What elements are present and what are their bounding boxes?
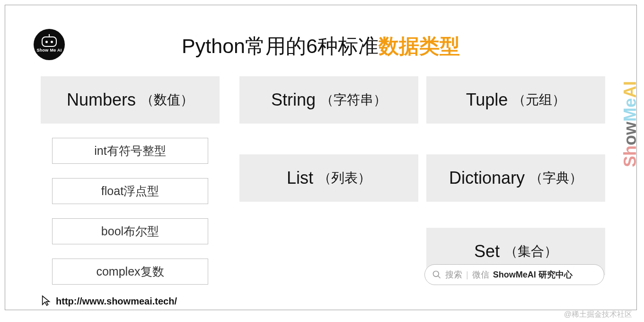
svg-point-0 (433, 271, 439, 277)
type-en: Tuple (466, 90, 508, 110)
title-prefix: Python常用的6种标准 (182, 35, 379, 57)
type-zh: （字典） (529, 169, 582, 187)
search-icon (432, 270, 441, 279)
subtype-int: int有符号整型 (52, 138, 208, 164)
type-en: List (287, 168, 313, 188)
type-en: Set (474, 242, 500, 261)
type-en: Numbers (67, 90, 136, 110)
type-en: Dictionary (449, 168, 525, 188)
corner-credit: @稀土掘金技术社区 (564, 310, 632, 320)
watermark: ShowMeAI (620, 81, 640, 167)
slide-frame: Show Me AI Python常用的6种标准数据类型 Numbers （数值… (5, 5, 637, 310)
subtype-complex: complex复数 (52, 259, 208, 285)
title-accent: 数据类型 (379, 35, 460, 57)
search-brand: ShowMeAI 研究中心 (493, 269, 573, 280)
slide-title: Python常用的6种标准数据类型 (5, 33, 636, 60)
type-zh: （列表） (318, 169, 371, 187)
subtype-float: float浮点型 (52, 178, 208, 204)
search-prompt2: 微信 (472, 269, 489, 280)
cursor-icon (41, 295, 51, 307)
subtype-bool: bool布尔型 (52, 218, 208, 244)
type-zh: （元组） (512, 91, 565, 109)
type-tuple: Tuple （元组） (426, 76, 605, 124)
type-en: String (271, 90, 316, 110)
type-list: List （列表） (239, 154, 418, 202)
search-prompt1: 搜索 (445, 269, 462, 280)
svg-line-1 (438, 276, 441, 278)
column-right: Tuple （元组） Dictionary （字典） Set （集合） (426, 76, 605, 289)
type-dictionary: Dictionary （字典） (426, 154, 605, 202)
footer-url: http://www.showmeai.tech/ (56, 296, 177, 307)
type-zh: （数值） (141, 91, 194, 109)
type-string: String （字符串） (239, 76, 418, 124)
footer-link[interactable]: http://www.showmeai.tech/ (41, 295, 177, 307)
column-numbers: Numbers （数值） int有符号整型 float浮点型 bool布尔型 c… (41, 76, 220, 299)
type-numbers: Numbers （数值） (41, 76, 220, 124)
type-zh: （集合） (504, 242, 557, 260)
type-zh: （字符串） (320, 91, 387, 109)
search-badge: 搜索 | 微信 ShowMeAI 研究中心 (424, 264, 604, 285)
separator: | (466, 270, 468, 280)
column-middle: String （字符串） List （列表） (239, 76, 418, 216)
